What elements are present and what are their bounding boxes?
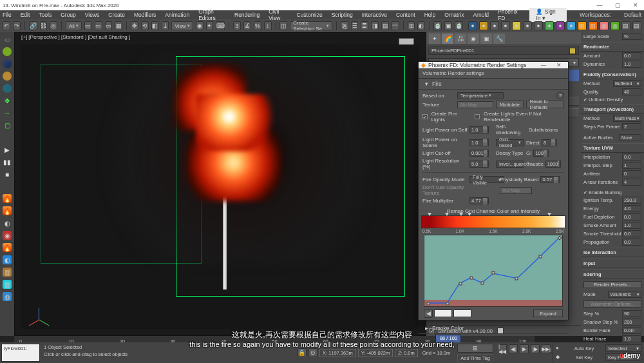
bind-icon[interactable]: ◎	[50, 21, 57, 30]
propagation-spinner[interactable]: 0.0	[622, 239, 641, 246]
light-self-spinner[interactable]: 1.0	[469, 126, 489, 133]
object-color-swatch[interactable]	[569, 48, 576, 54]
expand-button[interactable]: Expand	[533, 309, 563, 317]
snap-toggle-icon[interactable]: 3	[233, 21, 241, 30]
tool-f-icon[interactable]: ◉	[3, 231, 12, 240]
menu-arnold[interactable]: Arnold	[473, 12, 489, 18]
signin-button[interactable]: 👤 Sign In ▾	[529, 8, 567, 22]
axis-square-icon[interactable]: ▢	[3, 121, 12, 130]
align-icon[interactable]: ☰	[351, 21, 359, 30]
lock-icon[interactable]: 🔒	[298, 348, 307, 357]
goto-start-icon[interactable]: |◀◀	[498, 344, 507, 353]
menu-content[interactable]: Content	[396, 12, 415, 18]
menu-ornatrix[interactable]: Ornatrix	[444, 12, 464, 18]
fire-opacity-mode-dropdown[interactable]: Fully Visible	[469, 176, 504, 183]
fire-section-header[interactable]: ▾Fire	[419, 79, 568, 90]
rendering-header[interactable]: ndering	[581, 270, 644, 279]
steps-spinner[interactable]: 2	[622, 123, 641, 130]
active-bodies-dropdown[interactable]: None	[620, 134, 641, 141]
menu-customize[interactable]: Customize	[296, 12, 322, 18]
opacity-tex-slot[interactable]: No Map	[500, 187, 532, 194]
menu-rendering[interactable]: Rendering	[234, 12, 260, 18]
t-l-icon[interactable]: ▥	[589, 21, 598, 30]
workspaces-dropdown[interactable]: Default	[624, 12, 641, 18]
select-obj-icon[interactable]: ▭	[3, 35, 12, 44]
coord-y[interactable]: Y: -405.022m	[358, 349, 393, 357]
rotate-icon[interactable]: ⟲	[141, 21, 149, 30]
object-name-field[interactable]: PhoenixFDFire001	[428, 46, 579, 55]
cmd-display-tab[interactable]: ▣	[480, 34, 492, 44]
tool-h-icon[interactable]: ▥	[3, 268, 12, 277]
t-n-icon[interactable]: ◍	[611, 21, 620, 30]
cmd-modify-tab[interactable]: 🌈	[442, 34, 453, 44]
quality-spinner[interactable]: 40	[622, 88, 641, 95]
tool-g-icon[interactable]: ◐	[3, 255, 12, 264]
ignition-spinner[interactable]: 290.0	[622, 197, 641, 204]
tool-i-icon[interactable]: ▥	[3, 280, 12, 289]
antitear-spinner[interactable]: 0	[622, 170, 641, 177]
t-d-icon[interactable]: ●	[501, 21, 510, 30]
axis-arrow-icon[interactable]: →	[3, 108, 12, 117]
render-prod-icon[interactable]: 🍵	[455, 21, 463, 30]
tool-b-icon[interactable]	[3, 59, 12, 68]
tool-a-icon[interactable]	[3, 47, 12, 56]
self-shadow-dropdown[interactable]: Grid-based	[496, 139, 524, 146]
dialog-minimize[interactable]: —	[537, 62, 550, 68]
cmd-hierarchy-tab[interactable]: 品	[455, 34, 466, 44]
fire-a-icon[interactable]: 🔥	[3, 194, 12, 203]
menu-views[interactable]: Views	[85, 12, 100, 18]
scale-icon[interactable]: ◧	[151, 21, 159, 30]
method-dropdown[interactable]: Buffered▾	[613, 80, 641, 87]
window-crossing-icon[interactable]: ▦	[115, 21, 122, 30]
goto-end-icon[interactable]: ▶▶|	[542, 344, 551, 353]
togglescene-icon[interactable]: ◨	[371, 21, 379, 30]
direct-spinner[interactable]: 8	[542, 139, 557, 146]
menu-group[interactable]: Group	[61, 12, 76, 18]
tool-j-icon[interactable]: ◍	[3, 292, 12, 301]
fuel-dep-spinner[interactable]: 0.0	[622, 213, 641, 221]
menu-file[interactable]: File	[3, 12, 12, 18]
ribbon-icon[interactable]: ▤	[381, 21, 389, 30]
t-p-icon[interactable]: ▤	[632, 21, 641, 30]
move-icon[interactable]: ✥	[131, 21, 138, 30]
fire-b-icon[interactable]: 🔥	[3, 206, 12, 215]
menu-tools[interactable]: Tools	[39, 12, 52, 18]
decay-type-dropdown[interactable]: Inver...quare	[496, 161, 524, 168]
select-region-icon[interactable]: ▭	[105, 21, 113, 30]
layerexplorer-icon[interactable]: ≣	[361, 21, 368, 30]
dynamics-spinner[interactable]: 1.0	[622, 61, 641, 68]
menu-scripting[interactable]: Scripting	[332, 12, 353, 18]
create-lights-even-check[interactable]	[475, 114, 480, 119]
link-icon[interactable]: 🔗	[29, 21, 37, 30]
t-j-icon[interactable]: ●	[567, 21, 576, 30]
percent-snap-icon[interactable]: %	[254, 21, 261, 30]
t-f-icon[interactable]: ●	[523, 21, 532, 30]
pivot-icon[interactable]: ◉	[196, 21, 204, 30]
minimize-button[interactable]: —	[594, 2, 605, 8]
play-icon[interactable]: ▶	[3, 145, 12, 154]
select-name-icon[interactable]: ▭	[95, 21, 102, 30]
render-presets-button[interactable]: Render Presets...	[583, 281, 641, 288]
menu-phoenixfd[interactable]: Phoenix FD	[498, 8, 520, 21]
menu-help[interactable]: Help	[424, 12, 435, 18]
unlink-icon[interactable]: ⛓	[40, 21, 48, 30]
menu-create[interactable]: Create	[108, 12, 125, 18]
next-frame-icon[interactable]: |▶	[531, 344, 540, 353]
t-m-icon[interactable]: ◍	[600, 21, 609, 30]
isolate-icon[interactable]: ⊞	[457, 344, 493, 353]
light-cutoff-spinner[interactable]: 0.001	[469, 150, 489, 157]
modulate-button[interactable]: Modulate	[496, 101, 524, 108]
menu-animation[interactable]: Animation	[165, 12, 189, 18]
menu-modifiers[interactable]: Modifiers	[134, 12, 156, 18]
place-icon[interactable]: ⤓	[162, 21, 169, 30]
coord-z[interactable]: Z: 0.0m	[395, 349, 417, 357]
curve-val-input[interactable]	[453, 309, 471, 317]
editnamed-icon[interactable]: ◫	[279, 21, 287, 30]
undo-icon[interactable]: ↶	[3, 21, 10, 30]
fire-mult-spinner[interactable]: 4.77	[469, 197, 489, 204]
amount-spinner[interactable]: 0.0	[622, 52, 641, 59]
schematic-icon[interactable]: ⊞	[408, 21, 415, 30]
material-icon[interactable]: ◐	[417, 21, 425, 30]
t-a-icon[interactable]: ●	[468, 21, 477, 30]
render-setup-icon[interactable]: 🍵	[433, 21, 442, 30]
